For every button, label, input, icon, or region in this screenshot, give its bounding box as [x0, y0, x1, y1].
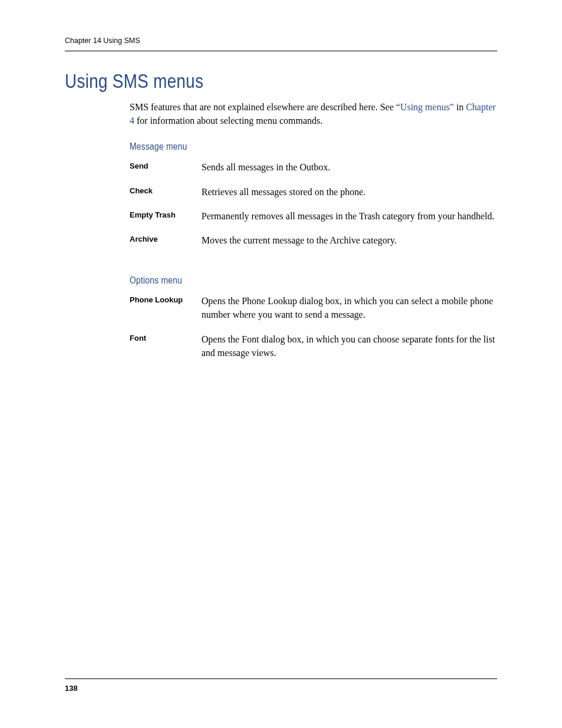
- table-row: Archive Moves the current message to the…: [130, 233, 497, 258]
- term-check: Check: [130, 185, 201, 209]
- desc-font: Opens the Font dialog box, in which you …: [201, 332, 497, 370]
- intro-paragraph: SMS features that are not explained else…: [130, 100, 497, 127]
- term-archive: Archive: [130, 233, 201, 258]
- desc-phone-lookup: Opens the Phone Lookup dialog box, in wh…: [201, 294, 497, 332]
- desc-send: Sends all messages in the Outbox.: [201, 160, 497, 185]
- subhead-message-menu: Message menu: [130, 140, 497, 152]
- table-row: Font Opens the Font dialog box, in which…: [130, 332, 497, 370]
- page-title: Using SMS menus: [65, 69, 497, 92]
- desc-empty-trash: Permanently removes all messages in the …: [201, 209, 497, 233]
- page: Chapter 14 Using SMS Using SMS menus SMS…: [0, 0, 562, 728]
- link-using-menus[interactable]: “Using menus”: [396, 102, 454, 112]
- term-send: Send: [130, 160, 201, 185]
- table-row: Send Sends all messages in the Outbox.: [130, 160, 497, 185]
- intro-text-pre: SMS features that are not explained else…: [130, 102, 396, 112]
- term-font: Font: [130, 332, 201, 370]
- table-row: Empty Trash Permanently removes all mess…: [130, 209, 497, 233]
- options-menu-table: Phone Lookup Opens the Phone Lookup dial…: [130, 294, 497, 370]
- term-empty-trash: Empty Trash: [130, 209, 201, 233]
- desc-archive: Moves the current message to the Archive…: [201, 233, 497, 258]
- table-row: Check Retrieves all messages stored on t…: [130, 185, 497, 209]
- subhead-options-menu: Options menu: [130, 274, 497, 286]
- term-phone-lookup: Phone Lookup: [130, 294, 201, 332]
- desc-check: Retrieves all messages stored on the pho…: [201, 185, 497, 209]
- content-block: SMS features that are not explained else…: [130, 100, 497, 370]
- intro-text-mid: in: [454, 102, 465, 112]
- message-menu-table: Send Sends all messages in the Outbox. C…: [130, 160, 497, 258]
- running-header: Chapter 14 Using SMS: [65, 37, 497, 51]
- table-row: Phone Lookup Opens the Phone Lookup dial…: [130, 294, 497, 332]
- page-number: 138: [65, 678, 497, 693]
- intro-text-post: for information about selecting menu com…: [134, 116, 322, 126]
